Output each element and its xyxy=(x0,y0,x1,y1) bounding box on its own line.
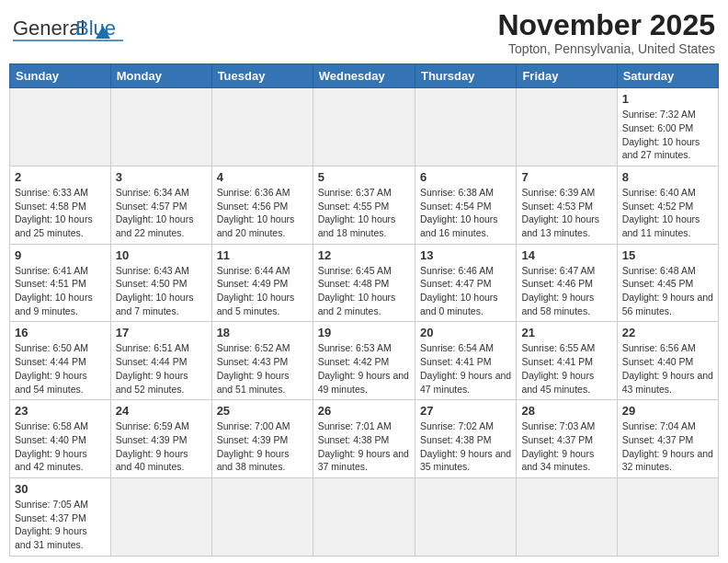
day-info: Sunrise: 6:37 AM Sunset: 4:55 PM Dayligh… xyxy=(318,186,410,240)
calendar-week-4: 16Sunrise: 6:50 AM Sunset: 4:44 PM Dayli… xyxy=(10,322,719,400)
calendar-cell: 1Sunrise: 7:32 AM Sunset: 6:00 PM Daylig… xyxy=(617,88,718,167)
calendar-cell: 16Sunrise: 6:50 AM Sunset: 4:44 PM Dayli… xyxy=(10,322,111,400)
day-info: Sunrise: 6:59 AM Sunset: 4:39 PM Dayligh… xyxy=(116,419,207,474)
calendar-cell: 10Sunrise: 6:43 AM Sunset: 4:50 PM Dayli… xyxy=(110,244,211,322)
calendar-cell: 22Sunrise: 6:56 AM Sunset: 4:40 PM Dayli… xyxy=(617,322,718,400)
weekday-header-sunday: Sunday xyxy=(10,64,111,88)
day-number: 25 xyxy=(217,404,308,418)
calendar-cell: 15Sunrise: 6:48 AM Sunset: 4:45 PM Dayli… xyxy=(617,244,718,322)
day-info: Sunrise: 6:46 AM Sunset: 4:47 PM Dayligh… xyxy=(420,264,511,318)
calendar-cell: 9Sunrise: 6:41 AM Sunset: 4:51 PM Daylig… xyxy=(10,244,111,322)
calendar-cell: 27Sunrise: 7:02 AM Sunset: 4:38 PM Dayli… xyxy=(415,400,516,478)
logo: General Blue xyxy=(13,9,123,55)
day-info: Sunrise: 6:45 AM Sunset: 4:48 PM Dayligh… xyxy=(318,264,410,318)
calendar-cell: 24Sunrise: 6:59 AM Sunset: 4:39 PM Dayli… xyxy=(110,400,211,478)
weekday-header-monday: Monday xyxy=(110,64,211,88)
calendar-cell: 5Sunrise: 6:37 AM Sunset: 4:55 PM Daylig… xyxy=(313,166,415,244)
calendar-cell: 13Sunrise: 6:46 AM Sunset: 4:47 PM Dayli… xyxy=(415,244,516,322)
logo-svg: General Blue xyxy=(13,9,123,55)
calendar-cell: 3Sunrise: 6:34 AM Sunset: 4:57 PM Daylig… xyxy=(110,166,211,244)
day-info: Sunrise: 6:50 AM Sunset: 4:44 PM Dayligh… xyxy=(15,341,106,396)
calendar-cell: 20Sunrise: 6:54 AM Sunset: 4:41 PM Dayli… xyxy=(415,322,516,400)
calendar-table: SundayMondayTuesdayWednesdayThursdayFrid… xyxy=(9,63,719,557)
calendar-cell xyxy=(211,477,313,556)
day-number: 16 xyxy=(15,326,106,339)
weekday-header-wednesday: Wednesday xyxy=(313,64,415,88)
day-number: 17 xyxy=(116,326,207,339)
day-number: 20 xyxy=(420,326,511,339)
day-number: 30 xyxy=(15,482,106,496)
calendar-cell xyxy=(617,477,718,556)
day-info: Sunrise: 6:41 AM Sunset: 4:51 PM Dayligh… xyxy=(15,264,106,318)
day-number: 12 xyxy=(318,248,410,262)
weekday-header-row: SundayMondayTuesdayWednesdayThursdayFrid… xyxy=(10,64,719,88)
svg-text:General: General xyxy=(13,17,85,40)
calendar-cell xyxy=(415,477,516,556)
day-info: Sunrise: 7:32 AM Sunset: 6:00 PM Dayligh… xyxy=(622,108,713,162)
day-number: 4 xyxy=(217,170,308,184)
calendar-cell: 30Sunrise: 7:05 AM Sunset: 4:37 PM Dayli… xyxy=(10,477,111,556)
day-info: Sunrise: 6:44 AM Sunset: 4:49 PM Dayligh… xyxy=(217,264,308,318)
page-header: General Blue November 2025 Topton, Penns… xyxy=(9,9,719,56)
day-number: 19 xyxy=(318,326,410,339)
calendar-cell: 2Sunrise: 6:33 AM Sunset: 4:58 PM Daylig… xyxy=(10,166,111,244)
calendar-week-1: 1Sunrise: 7:32 AM Sunset: 6:00 PM Daylig… xyxy=(10,88,719,167)
day-number: 23 xyxy=(15,404,106,418)
day-number: 7 xyxy=(521,170,611,184)
calendar-cell xyxy=(517,88,617,167)
calendar-cell: 7Sunrise: 6:39 AM Sunset: 4:53 PM Daylig… xyxy=(517,166,617,244)
day-info: Sunrise: 6:52 AM Sunset: 4:43 PM Dayligh… xyxy=(217,341,308,396)
calendar-week-2: 2Sunrise: 6:33 AM Sunset: 4:58 PM Daylig… xyxy=(10,166,719,244)
day-number: 3 xyxy=(116,170,207,184)
weekday-header-thursday: Thursday xyxy=(415,64,516,88)
day-info: Sunrise: 6:38 AM Sunset: 4:54 PM Dayligh… xyxy=(420,186,511,240)
day-number: 8 xyxy=(622,170,713,184)
day-info: Sunrise: 6:55 AM Sunset: 4:41 PM Dayligh… xyxy=(521,341,611,396)
day-number: 10 xyxy=(116,248,207,262)
day-number: 26 xyxy=(318,404,410,418)
calendar-cell xyxy=(313,477,415,556)
day-number: 24 xyxy=(116,404,207,418)
calendar-cell: 4Sunrise: 6:36 AM Sunset: 4:56 PM Daylig… xyxy=(211,166,313,244)
calendar-cell xyxy=(110,88,211,167)
day-info: Sunrise: 7:02 AM Sunset: 4:38 PM Dayligh… xyxy=(420,419,511,474)
day-info: Sunrise: 6:40 AM Sunset: 4:52 PM Dayligh… xyxy=(622,186,713,240)
calendar-cell: 29Sunrise: 7:04 AM Sunset: 4:37 PM Dayli… xyxy=(617,400,718,478)
subtitle: Topton, Pennsylvania, United States xyxy=(497,41,715,56)
day-info: Sunrise: 6:47 AM Sunset: 4:46 PM Dayligh… xyxy=(521,264,611,318)
calendar-cell xyxy=(415,88,516,167)
calendar-cell: 11Sunrise: 6:44 AM Sunset: 4:49 PM Dayli… xyxy=(211,244,313,322)
day-info: Sunrise: 7:04 AM Sunset: 4:37 PM Dayligh… xyxy=(622,419,713,474)
day-info: Sunrise: 6:51 AM Sunset: 4:44 PM Dayligh… xyxy=(116,341,207,396)
day-number: 14 xyxy=(521,248,611,262)
title-area: November 2025 Topton, Pennsylvania, Unit… xyxy=(497,9,715,56)
day-info: Sunrise: 6:54 AM Sunset: 4:41 PM Dayligh… xyxy=(420,341,511,396)
day-number: 27 xyxy=(420,404,511,418)
calendar-week-6: 30Sunrise: 7:05 AM Sunset: 4:37 PM Dayli… xyxy=(10,477,719,556)
day-number: 29 xyxy=(622,404,713,418)
calendar-cell: 26Sunrise: 7:01 AM Sunset: 4:38 PM Dayli… xyxy=(313,400,415,478)
day-number: 11 xyxy=(217,248,308,262)
day-number: 6 xyxy=(420,170,511,184)
day-info: Sunrise: 6:43 AM Sunset: 4:50 PM Dayligh… xyxy=(116,264,207,318)
day-number: 2 xyxy=(15,170,106,184)
day-info: Sunrise: 6:53 AM Sunset: 4:42 PM Dayligh… xyxy=(318,341,410,396)
calendar-cell: 28Sunrise: 7:03 AM Sunset: 4:37 PM Dayli… xyxy=(517,400,617,478)
day-info: Sunrise: 6:36 AM Sunset: 4:56 PM Dayligh… xyxy=(217,186,308,240)
calendar-cell xyxy=(211,88,313,167)
day-number: 15 xyxy=(622,248,713,262)
day-info: Sunrise: 6:33 AM Sunset: 4:58 PM Dayligh… xyxy=(15,186,106,240)
calendar-cell: 8Sunrise: 6:40 AM Sunset: 4:52 PM Daylig… xyxy=(617,166,718,244)
weekday-header-friday: Friday xyxy=(517,64,617,88)
calendar-cell xyxy=(313,88,415,167)
calendar-cell: 23Sunrise: 6:58 AM Sunset: 4:40 PM Dayli… xyxy=(10,400,111,478)
calendar-cell: 17Sunrise: 6:51 AM Sunset: 4:44 PM Dayli… xyxy=(110,322,211,400)
day-number: 1 xyxy=(622,92,713,106)
calendar-cell xyxy=(10,88,111,167)
day-number: 13 xyxy=(420,248,511,262)
day-info: Sunrise: 7:03 AM Sunset: 4:37 PM Dayligh… xyxy=(521,419,611,474)
weekday-header-saturday: Saturday xyxy=(617,64,718,88)
calendar-cell: 25Sunrise: 7:00 AM Sunset: 4:39 PM Dayli… xyxy=(211,400,313,478)
calendar-cell: 19Sunrise: 6:53 AM Sunset: 4:42 PM Dayli… xyxy=(313,322,415,400)
month-title: November 2025 xyxy=(497,9,715,41)
